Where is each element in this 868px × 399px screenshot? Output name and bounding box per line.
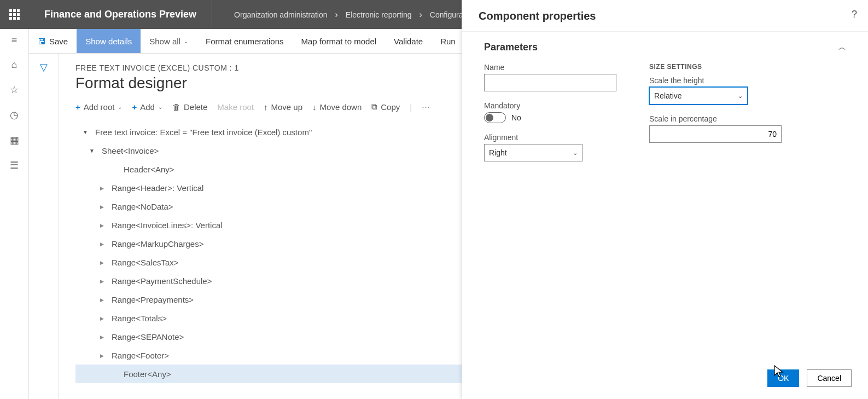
- chevron-down-icon: ⌄: [118, 104, 122, 110]
- delete-button[interactable]: 🗑 Delete: [172, 102, 207, 112]
- expand-icon[interactable]: [97, 259, 106, 265]
- add-button[interactable]: + Add ⌄: [132, 102, 162, 112]
- delete-label: Delete: [184, 102, 207, 112]
- copy-icon: ⧉: [371, 102, 377, 112]
- chevron-down-icon: ⌄: [184, 38, 188, 44]
- name-label: Name: [484, 63, 616, 72]
- breadcrumb-item[interactable]: Electronic reporting: [346, 10, 412, 19]
- mandatory-label: Mandatory: [484, 101, 616, 110]
- tree-label: Range<Header>: Vertical: [112, 183, 203, 193]
- mandatory-value: No: [511, 113, 521, 122]
- scale-height-label: Scale the height: [649, 76, 782, 85]
- chevron-right-icon: ›: [335, 10, 338, 20]
- tree-label: Range<Footer>: [112, 351, 169, 360]
- app-launcher-button[interactable]: [0, 0, 29, 29]
- parameters-section-header[interactable]: Parameters ︿: [484, 42, 846, 53]
- plus-icon: +: [75, 102, 80, 112]
- section-label: Parameters: [484, 42, 538, 53]
- tree-label: Header<Any>: [124, 165, 174, 174]
- tree-label: Range<Prepayments>: [112, 295, 194, 304]
- move-up-button[interactable]: ↑ Move up: [264, 102, 302, 112]
- chevron-down-icon: ⌄: [573, 149, 578, 157]
- expand-icon[interactable]: [97, 352, 106, 358]
- alignment-select[interactable]: Right ⌄: [484, 144, 582, 161]
- modules-icon[interactable]: ☰: [10, 159, 19, 171]
- show-details-button[interactable]: Show details: [77, 29, 141, 53]
- expand-icon[interactable]: [97, 222, 106, 228]
- scale-height-value: Relative: [654, 91, 682, 100]
- tree-label: Range<PaymentSchedule>: [112, 276, 212, 286]
- run-button[interactable]: Run: [432, 29, 464, 53]
- chevron-down-icon: ⌄: [158, 104, 162, 110]
- expand-icon[interactable]: [97, 204, 106, 210]
- chevron-down-icon: ⌄: [738, 92, 743, 100]
- expand-icon[interactable]: [97, 297, 106, 303]
- save-button[interactable]: 🖫 Save: [29, 29, 77, 53]
- cancel-button[interactable]: Cancel: [807, 369, 852, 387]
- alignment-label: Alignment: [484, 133, 616, 142]
- tree-label: Sheet<Invoice>: [102, 146, 159, 155]
- component-properties-panel: Component properties Parameters ︿ Name M…: [462, 0, 868, 399]
- favorite-icon[interactable]: ☆: [10, 84, 19, 96]
- save-icon: 🖫: [38, 37, 46, 46]
- add-root-button[interactable]: + Add root ⌄: [75, 102, 122, 112]
- breadcrumb-item[interactable]: Organization administration: [234, 10, 327, 19]
- move-down-label: Move down: [320, 102, 362, 112]
- validate-button[interactable]: Validate: [385, 29, 432, 53]
- map-format-button[interactable]: Map format to model: [293, 29, 386, 53]
- recent-icon[interactable]: ◷: [10, 109, 19, 121]
- expand-icon[interactable]: [97, 315, 106, 321]
- plus-icon: +: [132, 102, 137, 112]
- arrow-down-icon: ↓: [312, 102, 317, 112]
- tree-label: Range<SalesTax>: [112, 258, 179, 267]
- chevron-up-icon: ︿: [838, 43, 846, 53]
- mandatory-toggle[interactable]: [484, 112, 506, 123]
- copy-label: Copy: [381, 102, 400, 112]
- separator: |: [410, 102, 412, 112]
- expand-icon[interactable]: [97, 334, 106, 340]
- arrow-up-icon: ↑: [264, 102, 268, 112]
- hamburger-icon[interactable]: ≡: [11, 34, 18, 46]
- make-root-button: Make root: [217, 102, 254, 112]
- trash-icon: 🗑: [172, 102, 180, 112]
- size-settings-group: SIZE SETTINGS: [649, 63, 782, 71]
- home-icon[interactable]: ⌂: [11, 59, 18, 71]
- expand-icon[interactable]: [97, 241, 106, 247]
- help-icon[interactable]: ?: [841, 0, 868, 29]
- more-actions-button[interactable]: ⋯: [422, 102, 430, 112]
- move-down-button[interactable]: ↓ Move down: [312, 102, 362, 112]
- tree-label: Footer<Any>: [124, 369, 171, 379]
- workspaces-icon[interactable]: ▦: [10, 134, 19, 146]
- scale-percentage-input[interactable]: [649, 125, 782, 143]
- app-title: Finance and Operations Preview: [29, 0, 212, 29]
- scale-percentage-label: Scale in percentage: [649, 114, 782, 123]
- tree-label: Range<NoData>: [112, 202, 173, 211]
- chevron-right-icon: ›: [419, 10, 422, 20]
- add-label: Add: [140, 102, 155, 112]
- tree-label: Free text invoice: Excel = "Free text in…: [95, 128, 312, 137]
- panel-title: Component properties: [462, 0, 868, 32]
- ok-button[interactable]: OK: [767, 369, 799, 387]
- tree-label: Range<Totals>: [112, 314, 167, 323]
- save-label: Save: [49, 37, 68, 46]
- tree-label: Range<SEPANote>: [112, 332, 184, 342]
- waffle-icon: [9, 9, 20, 20]
- filter-icon[interactable]: ▽: [40, 61, 48, 399]
- move-up-label: Move up: [271, 102, 303, 112]
- expand-icon[interactable]: [97, 278, 106, 284]
- tree-label: Range<InvoiceLines>: Vertical: [112, 221, 223, 230]
- alignment-value: Right: [489, 148, 507, 157]
- name-input[interactable]: [484, 74, 616, 91]
- scale-height-select[interactable]: Relative ⌄: [649, 87, 748, 105]
- format-enumerations-button[interactable]: Format enumerations: [197, 29, 293, 53]
- copy-button[interactable]: ⧉ Copy: [371, 102, 400, 112]
- collapse-icon[interactable]: [81, 129, 90, 135]
- collapse-icon[interactable]: [88, 148, 96, 154]
- show-all-label: Show all: [149, 37, 180, 46]
- tree-label: Range<MarkupCharges>: [112, 239, 203, 248]
- show-all-button[interactable]: Show all ⌄: [141, 29, 197, 53]
- add-root-label: Add root: [84, 102, 115, 112]
- expand-icon[interactable]: [97, 185, 106, 191]
